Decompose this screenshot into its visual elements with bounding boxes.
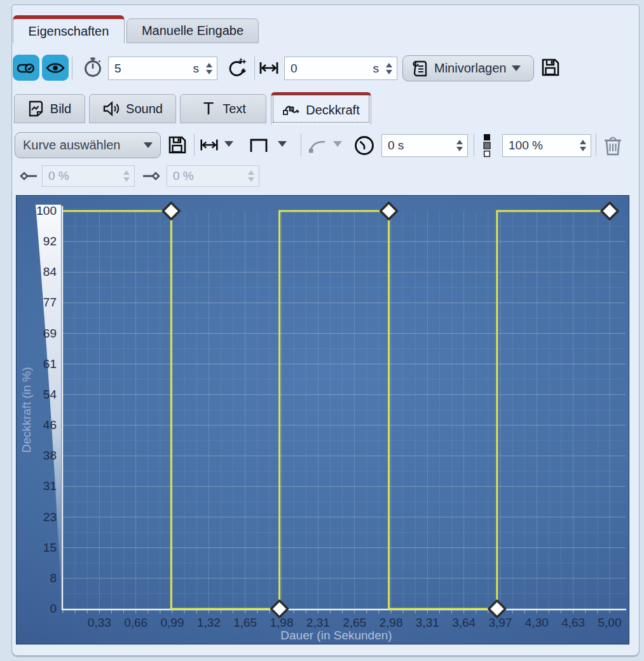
- save-curve-button[interactable]: [166, 133, 189, 156]
- y-tick-label: 0: [50, 602, 57, 615]
- toolbar-separator: [596, 133, 596, 156]
- visibility-button[interactable]: [42, 55, 69, 81]
- tab-bild[interactable]: Bild: [14, 94, 85, 123]
- spin-down-button[interactable]: [386, 70, 392, 74]
- x-tick-label: 0,99: [161, 616, 184, 629]
- minivorlagen-button[interactable]: Minivorlagen: [402, 55, 534, 81]
- x-tick-label: 2,65: [343, 616, 366, 629]
- curve-node-icon: [306, 135, 328, 156]
- chevron-down-icon: [512, 65, 521, 71]
- keyframe-out-icon: [141, 167, 163, 185]
- stretch-curve-button[interactable]: [198, 134, 220, 156]
- fade-out-value: 0 %: [173, 169, 246, 183]
- svg-text:T: T: [203, 100, 214, 118]
- stretch-options-chevron[interactable]: [224, 141, 233, 147]
- animation-properties-window: { "tabs_main": [ {"label": "Eigenschafte…: [0, 0, 644, 661]
- x-tick-label: 4,30: [525, 616, 549, 629]
- x-tick-label: 4,63: [561, 616, 585, 629]
- y-tick-label: 92: [43, 235, 57, 248]
- curve-point-marker[interactable]: [381, 203, 397, 219]
- y-tick-label: 23: [43, 510, 57, 524]
- y-tick-label: 31: [43, 479, 57, 493]
- tab-text-label: Text: [223, 102, 246, 116]
- offset-spinbox[interactable]: 0 s: [284, 57, 397, 80]
- fade-in-value: 0 %: [48, 169, 121, 183]
- spin-down-button[interactable]: [580, 147, 586, 151]
- curve-point-marker[interactable]: [489, 601, 505, 617]
- node-options-chevron: [333, 141, 342, 147]
- tab-deckkraft[interactable]: Deckkraft: [271, 92, 371, 125]
- toolbar-separator: [254, 57, 255, 79]
- spin-up-button[interactable]: [206, 63, 212, 67]
- toggle-enabled-button[interactable]: [13, 55, 39, 81]
- x-tick-label: 2,31: [306, 616, 330, 629]
- x-tick-label: 0,33: [88, 616, 111, 629]
- toggle-enabled-icon: [16, 58, 36, 78]
- display-duration-spinbox[interactable]: 5 s: [108, 57, 217, 80]
- delete-point-button: [601, 133, 624, 158]
- point-time-spinbox[interactable]: 0 s: [381, 134, 468, 157]
- toolbar-separator: [474, 133, 474, 156]
- tab-text[interactable]: T Text: [180, 94, 266, 123]
- y-tick-label: 38: [43, 449, 57, 462]
- spin-up-button[interactable]: [386, 63, 392, 67]
- y-tick-label: 8: [50, 571, 57, 585]
- display-duration-value: 5: [114, 62, 193, 76]
- x-tick-label: 2,98: [380, 616, 403, 629]
- curve-point-marker[interactable]: [601, 203, 618, 219]
- fade-in-spinbox: 0 %: [42, 165, 135, 187]
- minivorlagen-label: Minivorlagen: [434, 61, 506, 76]
- offset-value: 0: [291, 62, 373, 76]
- reset-duration-button[interactable]: [224, 55, 250, 81]
- curve-select-dropdown[interactable]: Kurve auswählen: [15, 132, 161, 158]
- x-tick-label: 0,66: [124, 616, 147, 629]
- y-tick-label: 77: [43, 296, 57, 309]
- x-tick-label: 1,98: [270, 616, 294, 629]
- wave-options-chevron[interactable]: [278, 141, 287, 147]
- save-button[interactable]: [539, 56, 562, 79]
- tab-deckkraft-label: Deckkraft: [306, 103, 359, 118]
- opacity-curve-chart[interactable]: 1009284776961544638312315800,330,660,991…: [16, 195, 629, 644]
- tab-sound-label: Sound: [126, 102, 163, 116]
- opacity-steps-icon: [481, 132, 493, 159]
- chevron-down-icon: [144, 142, 153, 148]
- point-time-value: 0 s: [388, 139, 455, 153]
- x-tick-label: 1,32: [197, 616, 221, 629]
- y-tick-label: 69: [43, 327, 57, 340]
- point-opacity-spinbox[interactable]: 100 %: [502, 134, 591, 157]
- spin-down-button[interactable]: [456, 147, 463, 151]
- tab-manuelle-eingabe[interactable]: Manuelle Eingabe: [127, 18, 259, 43]
- y-tick-label: 61: [43, 357, 57, 371]
- x-tick-label: 5,00: [598, 616, 622, 629]
- tab-sound[interactable]: Sound: [89, 94, 176, 123]
- keyframe-in-icon: [18, 167, 39, 185]
- text-icon: T: [200, 100, 217, 118]
- y-tick-label: 84: [43, 265, 57, 278]
- spin-up-button[interactable]: [456, 140, 463, 144]
- spin-down-button[interactable]: [206, 70, 212, 74]
- x-tick-label: 3,64: [452, 616, 476, 629]
- fade-out-spinbox: 0 %: [167, 165, 259, 187]
- toolbar-separator: [301, 133, 301, 156]
- opacity-curve-icon: [282, 101, 300, 119]
- y-tick-label: 100: [36, 204, 57, 217]
- tab-eigenschaften[interactable]: Eigenschaften: [13, 15, 125, 43]
- spin-up-button[interactable]: [580, 140, 586, 144]
- curve-point-marker[interactable]: [271, 601, 288, 617]
- x-tick-label: 1,65: [233, 616, 257, 629]
- image-icon: [28, 100, 45, 118]
- curve-point-marker[interactable]: [163, 203, 179, 219]
- tab-eigenschaften-label: Eigenschaften: [29, 24, 109, 39]
- templates-scroll-icon: [411, 59, 428, 78]
- y-tick-label: 54: [43, 388, 57, 401]
- tab-bild-label: Bild: [50, 102, 71, 116]
- clock-icon: [352, 133, 377, 158]
- y-tick-label: 46: [43, 418, 57, 432]
- x-axis-title: Dauer (in Sekunden): [280, 629, 392, 642]
- curve-select-label: Kurve auswählen: [23, 138, 120, 153]
- display-duration-unit: s: [193, 62, 200, 76]
- point-opacity-value: 100 %: [509, 139, 578, 153]
- stopwatch-icon: [81, 56, 104, 79]
- square-wave-button[interactable]: [247, 133, 271, 158]
- speaker-icon: [102, 100, 120, 118]
